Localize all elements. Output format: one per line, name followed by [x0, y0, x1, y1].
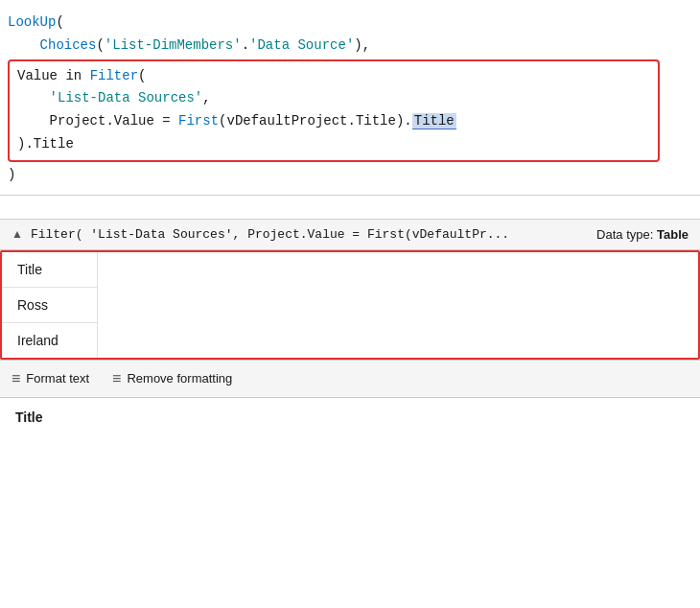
remove-formatting-button[interactable]: ≡ Remove formatting — [112, 370, 232, 387]
format-text-icon: ≡ — [12, 370, 20, 387]
divider-1 — [0, 195, 700, 196]
code-line-4: 'List-Data Sources', — [17, 87, 650, 110]
result-row-2: Ross — [2, 288, 97, 323]
code-line-5: Project.Value = First(vDefaultProject.Ti… — [17, 110, 650, 133]
results-table-wrap: Title Ross Ireland — [0, 250, 700, 360]
bottom-title: Title — [15, 409, 43, 425]
code-line-7: ) — [8, 164, 685, 187]
toolbar: ≡ Format text ≡ Remove formatting — [0, 360, 700, 397]
highlighted-code-block: Value in Filter( 'List-Data Sources', Pr… — [8, 59, 660, 162]
code-line-1: LookUp( — [8, 12, 685, 35]
result-row-3: Ireland — [2, 323, 97, 358]
code-line-6: ).Title — [17, 133, 650, 156]
results-section: ▲ Filter( 'List-Data Sources', Project.V… — [0, 219, 700, 360]
results-header: ▲ Filter( 'List-Data Sources', Project.V… — [0, 219, 700, 250]
result-row-1: Title — [2, 252, 97, 288]
chevron-up-icon: ▲ — [12, 227, 23, 241]
code-line-2: Choices('List-DimMembers'.'Data Source')… — [8, 35, 685, 58]
code-line-3: Value in Filter( — [17, 65, 650, 88]
bottom-section: Title — [0, 397, 700, 436]
results-column: Title Ross Ireland — [2, 252, 98, 358]
filter-expression: Filter( 'List-Data Sources', Project.Val… — [31, 227, 596, 242]
remove-formatting-icon: ≡ — [112, 370, 121, 387]
code-editor: LookUp( Choices('List-DimMembers'.'Data … — [0, 0, 700, 195]
format-text-button[interactable]: ≡ Format text — [12, 370, 89, 387]
data-type-label: Data type: Table — [596, 227, 688, 242]
remove-formatting-label: Remove formatting — [127, 371, 232, 386]
format-text-label: Format text — [26, 371, 89, 386]
